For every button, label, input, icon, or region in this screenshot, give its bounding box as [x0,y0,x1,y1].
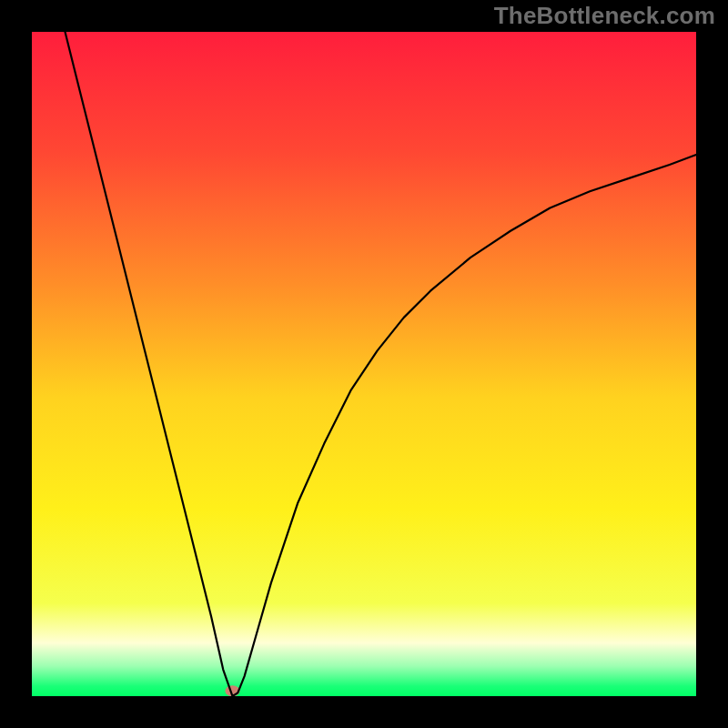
chart-frame: TheBottleneck.com [0,0,728,728]
bottleneck-chart [32,32,696,696]
watermark-label: TheBottleneck.com [494,2,715,30]
plot-background [32,32,696,696]
